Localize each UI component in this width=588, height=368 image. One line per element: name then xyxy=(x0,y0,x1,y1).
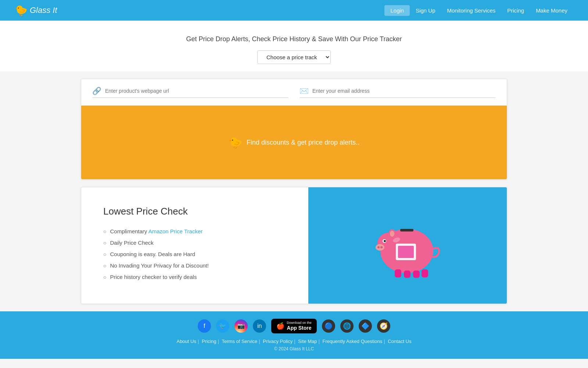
hero-section: Get Price Drop Alerts, Check Price Histo… xyxy=(0,21,588,71)
footer: f 🐦 📷 in 🍎 Download on the App Store 🔵 🌐… xyxy=(0,311,588,359)
feature-text: No Invading Your Privacy for a Discount! xyxy=(110,262,208,269)
appstore-big-text: App Store xyxy=(287,325,312,331)
email-input-group: ✉️ xyxy=(300,86,496,98)
banner-duck-icon: 🐤 xyxy=(229,136,242,149)
orange-cta-banner[interactable]: 🐤 Find discounts & get price drop alerts… xyxy=(81,106,507,179)
apple-icon: 🍎 xyxy=(276,322,284,330)
svg-rect-15 xyxy=(422,269,428,277)
piggy-bank-illustration xyxy=(367,209,448,282)
url-input-group: 🔗 xyxy=(92,86,288,98)
footer-pricing-link[interactable]: Pricing xyxy=(202,339,216,344)
link-icon: 🔗 xyxy=(92,86,101,95)
hero-tagline: Get Price Drop Alerts, Check Price Histo… xyxy=(7,35,581,43)
logo-text: Glass It xyxy=(30,6,57,15)
list-item: Price history checker to verify deals xyxy=(103,274,286,280)
svg-point-6 xyxy=(384,240,386,242)
amazon-tracker-link[interactable]: Amazon Price Tracker xyxy=(148,228,203,234)
footer-copyright: © 2024 Glass It LLC xyxy=(15,346,573,351)
piggy-bank-panel xyxy=(308,187,507,304)
footer-links-row: About Us| Pricing| Terms of Service| Pri… xyxy=(15,339,573,344)
svg-rect-12 xyxy=(395,269,401,277)
list-item: Complimentary Amazon Price Tracker xyxy=(103,228,286,234)
feature-list: Complimentary Amazon Price Tracker Daily… xyxy=(103,228,286,280)
appstore-button[interactable]: 🍎 Download on the App Store xyxy=(271,319,317,333)
feature-text: Complimentary Amazon Price Tracker xyxy=(110,228,202,234)
footer-tos-link[interactable]: Terms of Service xyxy=(222,339,258,344)
browser-extension-icon-1[interactable]: 🔵 xyxy=(322,319,335,333)
nav-pricing[interactable]: Pricing xyxy=(501,5,530,16)
svg-rect-2 xyxy=(400,229,413,231)
instagram-icon[interactable]: 📷 xyxy=(234,319,248,333)
navbar: 🐤 Glass It Login Sign Up Monitoring Serv… xyxy=(0,0,588,21)
features-heading: Lowest Price Check xyxy=(103,206,286,217)
nav-links: Login Sign Up Monitoring Services Pricin… xyxy=(384,5,573,16)
feature-text: Price history checker to verify deals xyxy=(110,274,197,280)
svg-point-7 xyxy=(376,244,384,251)
features-card: Lowest Price Check Complimentary Amazon … xyxy=(81,187,507,304)
svg-point-9 xyxy=(380,246,383,248)
browser-extension-icon-2[interactable]: 🌐 xyxy=(340,319,354,333)
list-item: Daily Price Check xyxy=(103,240,286,246)
feature-text: Daily Price Check xyxy=(110,240,153,246)
feature-text: Couponing is easy. Deals are Hard xyxy=(110,251,195,257)
footer-contact-link[interactable]: Contact Us xyxy=(388,339,411,344)
email-icon: ✉️ xyxy=(300,86,309,95)
banner-text: Find discounts & get price drop alerts.. xyxy=(247,139,359,146)
logo-duck-icon: 🐤 xyxy=(15,4,28,17)
linkedin-icon[interactable]: in xyxy=(253,319,266,333)
footer-social-row: f 🐦 📷 in 🍎 Download on the App Store 🔵 🌐… xyxy=(15,319,573,333)
nav-signup[interactable]: Sign Up xyxy=(410,5,441,16)
list-item: Couponing is easy. Deals are Hard xyxy=(103,251,286,257)
product-url-input[interactable] xyxy=(105,88,288,94)
footer-sitemap-link[interactable]: Site Map xyxy=(298,339,317,344)
browser-extension-icon-3[interactable]: 🔷 xyxy=(359,319,372,333)
main-search-card: 🔗 ✉️ 🐤 Find discounts & get price drop a… xyxy=(81,79,507,180)
email-input[interactable] xyxy=(312,88,496,94)
twitter-icon[interactable]: 🐦 xyxy=(216,319,229,333)
facebook-icon[interactable]: f xyxy=(198,319,211,333)
list-item: No Invading Your Privacy for a Discount! xyxy=(103,262,286,269)
footer-privacy-link[interactable]: Privacy Policy xyxy=(263,339,293,344)
price-tracker-dropdown[interactable]: Choose a price tracker Amazon eBay Walma… xyxy=(257,50,331,64)
footer-faq-link[interactable]: Frequently Asked Questions xyxy=(323,339,383,344)
banner-inner: 🐤 Find discounts & get price drop alerts… xyxy=(229,136,359,149)
footer-about-link[interactable]: About Us xyxy=(176,339,196,344)
nav-make-money[interactable]: Make Money xyxy=(530,5,573,16)
nav-login[interactable]: Login xyxy=(384,5,410,16)
svg-rect-4 xyxy=(398,246,414,258)
svg-rect-14 xyxy=(413,270,420,278)
features-left: Lowest Price Check Complimentary Amazon … xyxy=(81,187,308,304)
appstore-small-text: Download on the xyxy=(287,321,312,325)
logo[interactable]: 🐤 Glass It xyxy=(15,4,57,17)
svg-point-11 xyxy=(390,231,394,237)
search-input-row: 🔗 ✉️ xyxy=(81,79,507,106)
svg-rect-13 xyxy=(404,270,410,278)
browser-extension-icon-4[interactable]: 🧭 xyxy=(377,319,390,333)
svg-point-8 xyxy=(377,246,380,248)
nav-monitoring[interactable]: Monitoring Services xyxy=(441,5,502,16)
